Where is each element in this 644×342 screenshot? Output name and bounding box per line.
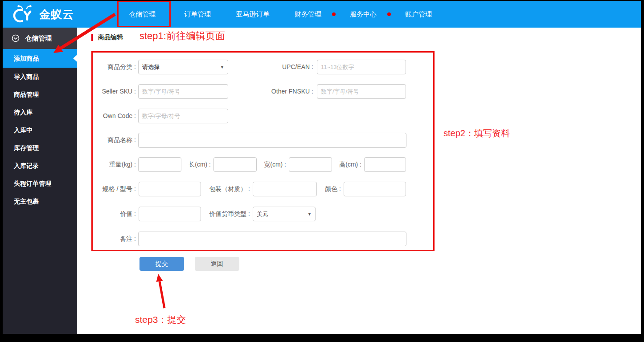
color-input[interactable] — [344, 182, 406, 196]
seller-sku-label: Seller SKU : — [76, 84, 136, 99]
product-edit-form: 商品分类 : 请选择 ▼ UPC/EAN : Seller SKU : Othe… — [3, 1, 641, 334]
length-label: 长(cm) : — [174, 157, 211, 172]
width-label: 宽(cm) : — [250, 157, 286, 172]
remark-input[interactable] — [138, 232, 406, 246]
upc-label: UPC/EAN : — [252, 60, 313, 74]
own-code-label: Own Code : — [76, 109, 136, 123]
chevron-down-icon: ▼ — [308, 208, 312, 221]
currency-select[interactable]: 美元 ▼ — [253, 207, 316, 221]
package-input[interactable] — [253, 182, 317, 196]
height-input[interactable] — [364, 157, 406, 172]
upc-input[interactable] — [317, 60, 406, 74]
app-window: 金蚁云 仓储管理 订单管理 亚马逊订单 财务管理 服务中心 账户管理 — [3, 1, 641, 334]
seller-sku-input[interactable] — [138, 84, 228, 99]
product-name-label: 商品名称 : — [76, 133, 136, 147]
category-label: 商品分类 : — [76, 60, 136, 74]
own-code-input[interactable] — [138, 109, 228, 123]
weight-label: 重量(kg) : — [76, 157, 136, 172]
spec-label: 规格 / 型号 : — [76, 182, 136, 196]
back-button[interactable]: 返回 — [195, 257, 239, 271]
color-label: 颜色 : — [310, 182, 341, 196]
remark-label: 备注 : — [76, 232, 136, 246]
height-label: 高(cm) : — [325, 157, 361, 172]
product-name-input[interactable] — [138, 133, 406, 148]
category-select[interactable]: 请选择 ▼ — [138, 60, 228, 74]
other-fnsku-input[interactable] — [317, 84, 406, 99]
chevron-down-icon: ▼ — [220, 61, 224, 74]
submit-button[interactable]: 提交 — [139, 257, 184, 271]
other-fnsku-label: Other FNSKU : — [252, 84, 313, 99]
value-label: 价值 : — [76, 207, 136, 221]
package-label: 包装（材质） : — [181, 182, 250, 196]
currency-label: 价值货币类型 : — [181, 207, 250, 221]
